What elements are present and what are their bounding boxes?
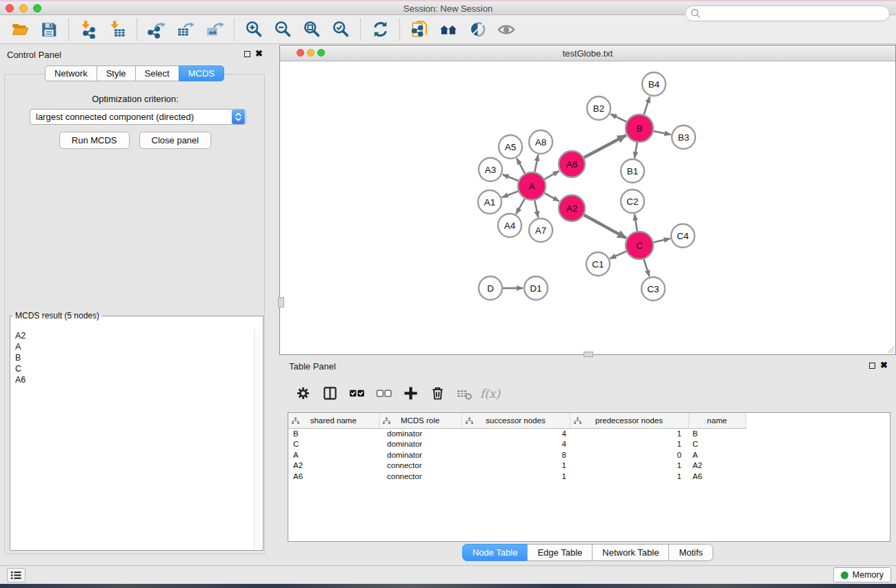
desktop-background-strip [0,584,896,588]
graph-edge-C-C3[interactable] [644,259,649,276]
table-settings-button[interactable] [292,383,313,405]
graph-edge-A6-B[interactable] [584,135,626,157]
graph-node-label-B: B [636,123,642,134]
table-tab-motifs[interactable]: Motifs [668,544,713,561]
control-tab-network[interactable]: Network [45,65,97,81]
control-panel-header: Control Panel ✖ [0,47,269,62]
graph-edge-A-A1[interactable] [502,191,519,197]
table-row[interactable]: Cdominator41C [288,439,890,450]
memory-button[interactable]: Memory [833,567,891,582]
graph-edge-A-A7[interactable] [535,201,538,218]
delete-column-button[interactable] [427,383,448,405]
table-cell: A2 [688,460,746,472]
memory-status-icon [841,571,848,579]
import-network-from-file-button[interactable] [74,17,103,43]
graph-edge-C-C1[interactable] [610,252,626,259]
table-row[interactable]: A6connector11A6 [288,472,890,483]
control-tab-mcds[interactable]: MCDS [179,65,224,81]
table-row[interactable]: Adominator80A [288,450,890,461]
graph-edge-C-C4[interactable] [654,239,670,242]
export-network-button[interactable] [142,17,171,43]
zoom-out-button[interactable] [268,17,297,43]
network-canvas[interactable]: ABCA2A6A1A3A4A5A7A8B1B2B3B4C1C2C3C4DD1 [280,61,895,354]
mcds-result-item[interactable]: A6 [11,374,254,385]
import-table-from-file-button[interactable] [103,17,132,43]
refresh-button[interactable] [366,17,395,43]
graph-edge-C-C2[interactable] [635,214,637,232]
search-field[interactable] [685,6,890,21]
show-columns-button[interactable] [319,383,340,405]
column-header-mcds-role[interactable]: MCDS role [379,413,461,428]
new-network-from-selection-button[interactable] [405,17,434,43]
show-graphics-details-button[interactable] [463,17,492,43]
graph-node-label-C1: C1 [592,259,604,270]
svg-text:f(x): f(x) [480,387,501,401]
table-cell: 1 [461,460,570,472]
export-image-button[interactable] [200,17,229,43]
control-tab-select[interactable]: Select [135,65,179,81]
first-neighbors-button[interactable] [434,17,463,43]
zoom-selected-button[interactable] [326,17,355,43]
table-cell: 1 [570,428,688,439]
mcds-result-item[interactable]: C [11,363,254,374]
graph-edge-B-B1[interactable] [635,143,637,159]
graph-edge-A-A5[interactable] [517,159,525,174]
graph-edge-A-A8[interactable] [535,155,538,172]
select-all-rows-button[interactable] [346,383,367,405]
birds-eye-handle-bottom[interactable] [584,352,593,357]
graph-edge-A-A6[interactable] [544,171,559,179]
result-scrollbar[interactable] [254,329,262,549]
graph-edge-B-B3[interactable] [654,131,671,134]
graph-edge-A-A4[interactable] [516,199,524,214]
close-panel-button[interactable]: Close panel [139,132,212,149]
column-header-shared-name[interactable]: shared name [288,413,379,428]
zoom-out-icon [274,20,292,39]
table-tab-edge-table[interactable]: Edge Table [527,544,593,561]
table-float-icon[interactable] [869,363,875,369]
zoom-fit-button[interactable] [297,17,326,43]
graph-node-label-A3: A3 [485,165,497,175]
column-header-name[interactable]: name [688,413,746,428]
table-row[interactable]: Bdominator41B [288,428,890,439]
search-input[interactable] [701,8,889,20]
resize-grip[interactable] [885,344,895,354]
criterion-select[interactable]: largest connected component (directed) [30,109,246,125]
table-close-icon[interactable]: ✖ [880,360,888,370]
toolbar-separator [399,19,400,41]
table-tab-node-table[interactable]: Node Table [462,544,528,561]
column-type-icon [383,417,390,426]
graph-edge-B-B2[interactable] [610,114,626,121]
network-window-titlebar: testGlobe.txt [280,45,895,61]
graph-edge-B-B4[interactable] [644,97,650,114]
graph-node-label-C2: C2 [626,196,638,207]
toggle-details-button[interactable] [492,17,521,43]
zoom-fit-icon [303,20,321,39]
run-mcds-button[interactable]: Run MCDS [59,132,130,149]
float-panel-icon[interactable] [244,51,250,57]
graph-edge-A-A2[interactable] [544,193,559,201]
save-session-button[interactable] [34,17,63,43]
table-cell-filler [746,460,890,472]
graph-node-label-B2: B2 [593,103,605,114]
add-column-button[interactable] [400,383,421,405]
deselect-all-rows-button[interactable] [373,383,394,405]
mcds-result-item[interactable]: A [11,341,254,352]
task-history-button[interactable] [7,568,26,582]
table-row[interactable]: A2connector11A2 [288,460,890,472]
column-header-predecessor-nodes[interactable]: predecessor nodes [570,413,688,428]
mcds-result-item[interactable]: A2 [11,330,254,341]
close-panel-icon[interactable]: ✖ [255,48,263,59]
graph-edge-A2-C[interactable] [584,215,626,239]
column-header-label: predecessor nodes [595,416,663,425]
table-tab-network-table[interactable]: Network Table [592,544,669,561]
table-cell: C [288,439,379,450]
open-session-button[interactable] [6,17,34,43]
column-header-successor-nodes[interactable]: successor nodes [461,413,570,428]
export-table-button[interactable] [171,17,200,43]
birds-eye-handle-left[interactable] [278,297,284,307]
control-tab-style[interactable]: Style [97,65,136,81]
zoom-in-button[interactable] [239,17,268,43]
graph-edge-A-A3[interactable] [503,174,519,181]
mcds-result-item[interactable]: B [11,352,254,363]
table-cell: dominator [379,428,461,439]
